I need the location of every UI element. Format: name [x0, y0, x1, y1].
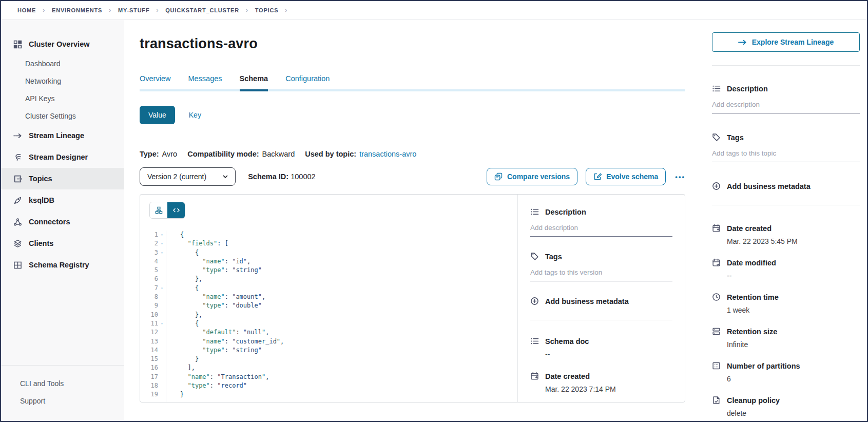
gutter-row: 13 [140, 337, 166, 346]
breadcrumb-home[interactable]: HOME [17, 7, 36, 13]
sidebar-item-ksqldb[interactable]: ksqlDB [1, 189, 124, 211]
value-toggle-button[interactable]: Value [140, 106, 175, 124]
topic-description-input[interactable]: Add description [712, 101, 860, 113]
code-view-button[interactable] [167, 202, 185, 218]
tree-view-button[interactable] [150, 202, 167, 218]
topic-add-metadata[interactable]: Add business metadata [712, 182, 860, 190]
line-number: 14 [144, 346, 158, 355]
code-line: "type": "double" [180, 301, 284, 310]
info-value: 1 week [712, 306, 860, 314]
sidebar-item-label: Clients [29, 239, 53, 247]
sidebar-item-support[interactable]: Support [1, 392, 124, 410]
info-label: Cleanup policy [727, 396, 780, 405]
fold-toggle-icon[interactable]: ▾ [158, 319, 166, 328]
topic-tags-section: Tags Add tags to this topic [712, 133, 860, 162]
sidebar-item-stream-designer[interactable]: Stream Designer [1, 146, 124, 168]
code-line: "name": "amount", [180, 293, 284, 301]
breadcrumb-environments[interactable]: ENVIRONMENTS [52, 7, 102, 13]
sidebar-item-api-keys[interactable]: API Keys [1, 90, 124, 107]
topic-description-label: Description [727, 85, 768, 93]
fold-toggle-icon[interactable]: ▾ [158, 284, 166, 293]
info-date-modified: Date modified -- [712, 258, 860, 280]
version-tags-input[interactable]: Add tags to this version [530, 268, 672, 281]
divider [712, 205, 860, 205]
add-circle-icon [712, 182, 721, 190]
breadcrumb-topics[interactable]: TOPICS [255, 7, 279, 13]
gutter-row: 18 [140, 381, 166, 390]
sidebar-item-connectors[interactable]: Connectors [1, 211, 124, 233]
info-value: Infinite [712, 340, 860, 349]
code-line: } [180, 390, 284, 399]
tab-messages[interactable]: Messages [188, 74, 222, 91]
topic-add-metadata-label: Add business metadata [727, 182, 811, 190]
sidebar-item-schema-registry[interactable]: Schema Registry [1, 254, 124, 276]
version-date-created-section: Date created Mar. 22 2023 7:14 PM [530, 372, 672, 393]
tab-configuration[interactable]: Configuration [285, 74, 330, 91]
breadcrumb-separator: › [246, 7, 248, 14]
connectors-icon [13, 218, 22, 226]
breadcrumb-environment[interactable]: MY-STUFF [118, 7, 149, 13]
evolve-schema-button[interactable]: Evolve schema [586, 168, 666, 185]
editor-view-toggle [149, 202, 185, 219]
code-view-icon [172, 206, 180, 214]
add-circle-icon [530, 297, 539, 305]
line-number: 19 [144, 390, 158, 399]
schema-meta-row: Type:Avro Compatibility mode:Backward Us… [140, 150, 685, 158]
version-doc-panel: Description Add description Tags Add tag… [517, 195, 685, 402]
code-area[interactable]: 1▾2▾3▾4567▾891011▾1213141516171819 { "fi… [140, 231, 517, 402]
version-dropdown[interactable]: Version 2 (current) [140, 167, 236, 186]
sidebar-item-stream-lineage[interactable]: Stream Lineage [1, 125, 124, 146]
type-label: Type: [140, 150, 159, 158]
compatibility-mode-value: Backward [262, 150, 295, 158]
app-window: HOME › ENVIRONMENTS › MY-STUFF › QUICKST… [0, 0, 868, 422]
used-by-topic-link[interactable]: transactions-avro [359, 150, 416, 158]
topic-details-panel: Explore Stream Lineage Description Add d… [704, 20, 867, 421]
fold-toggle-icon[interactable]: ▾ [158, 248, 166, 257]
gutter-row: 7▾ [140, 284, 166, 293]
version-dropdown-value: Version 2 (current) [147, 172, 206, 181]
version-tags-section: Tags Add tags to this version [530, 252, 672, 281]
info-label: Retention time [727, 293, 779, 301]
schema-doc-value: -- [530, 350, 672, 358]
tab-schema[interactable]: Schema [240, 74, 268, 91]
compare-versions-button[interactable]: Compare versions [487, 168, 577, 185]
line-number: 8 [144, 293, 158, 301]
version-description-input[interactable]: Add description [530, 224, 672, 237]
version-add-metadata[interactable]: Add business metadata [530, 297, 672, 305]
sidebar-item-cluster-settings[interactable]: Cluster Settings [1, 107, 124, 125]
key-toggle-button[interactable]: Key [189, 111, 201, 119]
sidebar-item-cli-and-tools[interactable]: CLI and Tools [1, 375, 124, 392]
info-value: -- [712, 272, 860, 280]
sidebar-item-dashboard[interactable]: Dashboard [1, 55, 124, 72]
editor-gutter: 1▾2▾3▾4567▾891011▾1213141516171819 [140, 231, 166, 402]
gutter-row: 15 [140, 355, 166, 363]
topic-tabs: Overview Messages Schema Configuration [140, 74, 685, 91]
document-check-icon [712, 396, 721, 405]
fold-toggle-icon[interactable]: ▾ [158, 239, 166, 248]
topbar: HOME › ENVIRONMENTS › MY-STUFF › QUICKST… [1, 1, 867, 20]
used-by-topic-label: Used by topic: [305, 150, 356, 158]
sidebar-item-topics[interactable]: Topics [1, 168, 124, 189]
compatibility-mode-label: Compatibility mode: [187, 150, 259, 158]
tab-overview[interactable]: Overview [140, 74, 170, 91]
more-actions-button[interactable]: ••• [675, 173, 685, 181]
sidebar-item-label: ksqlDB [29, 196, 54, 204]
partitions-grid-icon [712, 361, 721, 370]
topic-tags-input[interactable]: Add tags to this topic [712, 149, 860, 162]
sidebar-item-networking[interactable]: Networking [1, 72, 124, 90]
stream-lineage-icon [738, 38, 747, 47]
schema-registry-icon [13, 261, 22, 270]
sidebar-item-clients[interactable]: Clients [1, 233, 124, 254]
sidebar-item-cluster-overview[interactable]: Cluster Overview [1, 33, 124, 55]
compare-versions-icon [494, 172, 503, 181]
server-icon [712, 327, 721, 336]
sidebar-item-label: Stream Lineage [29, 131, 84, 140]
sidebar-item-label: Cluster Overview [29, 40, 89, 48]
fold-toggle-icon[interactable]: ▾ [158, 231, 166, 239]
gutter-row: 6 [140, 275, 166, 283]
explore-stream-lineage-button[interactable]: Explore Stream Lineage [712, 32, 860, 52]
breadcrumb-cluster[interactable]: QUICKSTART_CLUSTER [165, 7, 239, 13]
sidebar-item-label: Dashboard [25, 60, 61, 68]
breadcrumb-separator: › [285, 7, 287, 14]
line-number: 12 [144, 328, 158, 337]
